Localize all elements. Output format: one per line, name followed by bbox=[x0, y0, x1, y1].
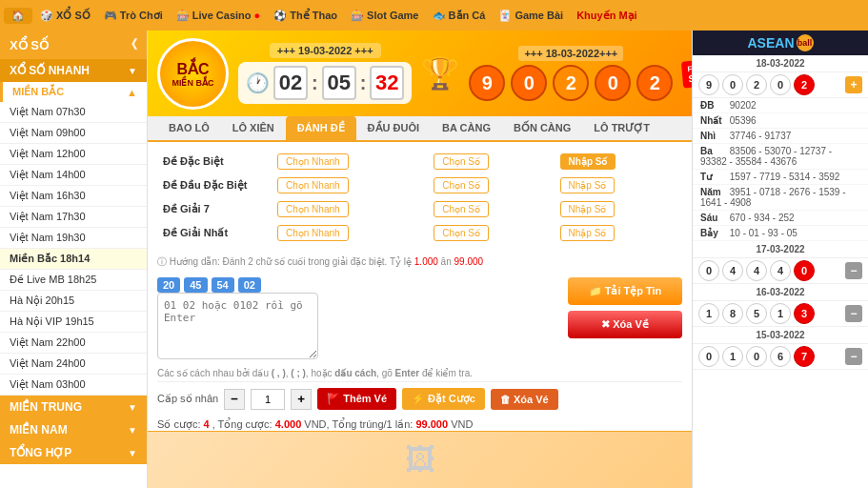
qty-input[interactable] bbox=[251, 389, 285, 410]
tab-ba-cang[interactable]: BA CÀNG bbox=[431, 116, 502, 140]
sidebar-mien-trung[interactable]: MIỀN TRUNG ▼ bbox=[0, 396, 147, 418]
nav-home[interactable]: 🏠 bbox=[4, 8, 32, 24]
btn-chon-nhanh-1[interactable]: Chọn Nhanh bbox=[277, 153, 349, 170]
xoa-ve-action-button[interactable]: ✖ Xóa Về bbox=[568, 311, 682, 338]
sidebar-mien-bac-1814[interactable]: Miền Bắc 18h14 bbox=[0, 249, 147, 270]
nav-live-casino[interactable]: 🎰 Live Casino ● bbox=[171, 10, 266, 22]
minus-result-button-4[interactable]: − bbox=[845, 348, 862, 365]
sidebar-vn-1200[interactable]: Việt Nam 12h00 bbox=[0, 144, 147, 165]
asean-ball: ball bbox=[797, 34, 814, 51]
bet-row-de-giai-nhat: Đề Giải Nhất Chọn Nhanh Chọn Số Nhập Số bbox=[157, 221, 682, 245]
sidebar-ha-noi-2015[interactable]: Hà Nội 20h15 bbox=[0, 291, 147, 312]
tai-tep-tin-button[interactable]: 📁 Tải Tệp Tin bbox=[568, 277, 682, 305]
btn-chon-nhanh-3[interactable]: Chọn Nhanh bbox=[277, 201, 349, 217]
sidebar-section-label: XỔ SỐ NHANH bbox=[10, 64, 90, 77]
sidebar-vn-1630[interactable]: Việt Nam 16h30 bbox=[0, 186, 147, 207]
ball-0-1: 0 bbox=[722, 74, 743, 95]
sidebar-vn-2400[interactable]: Việt Nam 24h00 bbox=[0, 354, 147, 375]
asean-header: ASEAN ball bbox=[693, 30, 868, 55]
tab-dau-duoi[interactable]: ĐẦU ĐUÔI bbox=[356, 116, 431, 140]
btn-nhap-so-3[interactable]: Nhập Số bbox=[560, 201, 616, 217]
xoa-ve-button[interactable]: 🗑 Xóa Vé bbox=[491, 389, 558, 410]
result-detail-nhat: Nhất 05396 bbox=[693, 113, 868, 129]
minus-result-button-2[interactable]: − bbox=[845, 262, 862, 279]
btn-nhap-so-2[interactable]: Nhập Số bbox=[560, 177, 616, 193]
result-row-16-03: 1 8 5 1 3 − bbox=[693, 301, 868, 327]
ball-1-3: 1 bbox=[722, 346, 743, 367]
prev-date: +++ 18-03-2022+++ bbox=[518, 46, 623, 61]
sidebar-de-live-mb[interactable]: Đề Live MB 18h25 bbox=[0, 270, 147, 291]
cap-so-label: Cấp số nhân bbox=[157, 393, 218, 405]
qty-minus-button[interactable]: − bbox=[224, 389, 245, 410]
tab-lo-xien[interactable]: LÔ XIÊN bbox=[221, 116, 286, 140]
them-ve-button[interactable]: 🚩 Thêm Vé bbox=[317, 388, 396, 410]
sidebar-vn-0900[interactable]: Việt Nam 09h00 bbox=[0, 123, 147, 144]
btn-chon-so-1[interactable]: Chọn Số bbox=[434, 153, 489, 170]
dat-cuoc-button[interactable]: ⚡ Đặt Cược bbox=[402, 388, 485, 410]
tab-danh-de[interactable]: ĐÁNH ĐỀ bbox=[286, 116, 356, 140]
sidebar-vn-1400[interactable]: Việt Nam 14h00 bbox=[0, 165, 147, 186]
bet-input-textarea[interactable] bbox=[157, 293, 318, 359]
sidebar-mien-bac[interactable]: MIỀN BẮC ▲ bbox=[0, 82, 147, 102]
total-bet: 4.000 bbox=[275, 418, 302, 430]
btn-nhap-so-4[interactable]: Nhập Số bbox=[560, 225, 616, 241]
btn-chon-nhanh-2[interactable]: Chọn Nhanh bbox=[277, 177, 349, 193]
timer-seconds: 32 bbox=[370, 66, 404, 100]
sidebar-mien-nam[interactable]: MIỀN NAM ▼ bbox=[0, 418, 147, 441]
result-detail-db: ĐB 90202 bbox=[693, 98, 868, 113]
sidebar-vn-0730[interactable]: Việt Nam 07h30 bbox=[0, 102, 147, 123]
result-detail-bay: Bảy 10 - 01 - 93 - 05 bbox=[693, 226, 868, 241]
sidebar-vn-2200[interactable]: Việt Nam 22h00 bbox=[0, 333, 147, 354]
nav-tro-choi[interactable]: 🎮 Trò Chơi bbox=[98, 10, 169, 22]
nav-khuyen-mai[interactable]: Khuyến Mại bbox=[571, 10, 643, 22]
sidebar-arrow-icon: ▼ bbox=[128, 66, 137, 76]
result-detail-nhi: Nhì 37746 - 91737 bbox=[693, 129, 868, 144]
tab-bao-lo[interactable]: BAO LÔ bbox=[157, 116, 221, 140]
result-num-1: 9 bbox=[469, 65, 505, 101]
result-num-2: 0 bbox=[511, 65, 547, 101]
game-content: Đề Đặc Biệt Chọn Nhanh Chọn Số Nhập Số Đ… bbox=[148, 142, 692, 431]
nav-xo-so[interactable]: 🎲 XỔ SỐ bbox=[34, 10, 96, 22]
ball-4-2: 4 bbox=[746, 260, 767, 281]
timer-hours: 02 bbox=[273, 66, 308, 100]
btn-chon-nhanh-4[interactable]: Chọn Nhanh bbox=[277, 225, 349, 241]
sidebar-collapse-icon[interactable]: 《 bbox=[125, 36, 137, 53]
result-detail-tu: Tư 1597 - 7719 - 5314 - 3592 bbox=[693, 170, 868, 185]
bet-options-table: Đề Đặc Biệt Chọn Nhanh Chọn Số Nhập Số Đ… bbox=[157, 150, 682, 245]
ball-1-2: 1 bbox=[770, 303, 791, 324]
ball-1-1: 1 bbox=[698, 303, 719, 324]
bac-logo: BẮC MIỀN BẮC bbox=[157, 38, 229, 110]
sidebar-vn-1930[interactable]: Việt Nam 19h30 bbox=[0, 228, 147, 249]
qty-plus-button[interactable]: + bbox=[291, 389, 312, 410]
sidebar-ha-noi-vip[interactable]: Hà Nội VIP 19h15 bbox=[0, 312, 147, 333]
nav-ban-ca[interactable]: 🐟 Bắn Cá bbox=[427, 10, 492, 22]
sidebar-vn-1730[interactable]: Việt Nam 17h30 bbox=[0, 207, 147, 228]
btn-chon-so-2[interactable]: Chọn Số bbox=[434, 177, 489, 193]
hint-win: 99.000 bbox=[454, 256, 484, 267]
input-left: 20 45 54 02 bbox=[157, 277, 560, 362]
sidebar-vn-0300[interactable]: Việt Nam 03h00 bbox=[0, 375, 147, 396]
center-panel: BẮC MIỀN BẮC +++ 19-03-2022 +++ 🕐 02 : 0… bbox=[148, 30, 692, 488]
tab-lo-truot[interactable]: LÔ TRƯỢT bbox=[582, 116, 661, 140]
btn-chon-so-3[interactable]: Chọn Số bbox=[434, 201, 489, 217]
game-tabs: BAO LÔ LÔ XIÊN ĐÁNH ĐỀ ĐẦU ĐUÔI BA CÀNG … bbox=[148, 116, 692, 142]
sidebar-section-xo-so-nhanh[interactable]: XỔ SỐ NHANH ▼ bbox=[0, 59, 147, 82]
ball-8-1: 8 bbox=[722, 303, 743, 324]
btn-chon-so-4[interactable]: Chọn Số bbox=[434, 225, 489, 241]
nav-slot-game[interactable]: 🎰 Slot Game bbox=[345, 10, 424, 22]
sidebar-tong-hop[interactable]: TỔNG HỢP ▼ bbox=[0, 441, 147, 464]
nav-the-thao[interactable]: ⚽ Thể Thao bbox=[268, 10, 343, 22]
trophy-section: 🏆 bbox=[421, 55, 459, 92]
input-area: 20 45 54 02 📁 Tải Tệp Tin ✖ Xóa Về bbox=[157, 277, 682, 362]
add-result-button-1[interactable]: + bbox=[845, 76, 862, 93]
bet-row-de-giai-7: Đề Giải 7 Chọn Nhanh Chọn Số Nhập Số bbox=[157, 197, 682, 221]
ball-5-1: 5 bbox=[746, 303, 767, 324]
tab-bon-cang[interactable]: BỐN CÀNG bbox=[502, 116, 582, 140]
nav-game-bai[interactable]: 🃏 Game Bài bbox=[493, 10, 569, 22]
btn-nhap-so-1[interactable]: Nhập Số bbox=[560, 153, 616, 170]
minus-result-button-3[interactable]: − bbox=[845, 305, 862, 322]
result-date-4: 15-03-2022 bbox=[693, 327, 868, 344]
timer-minutes: 05 bbox=[322, 66, 356, 100]
result-row-15-03: 0 1 0 6 7 − bbox=[693, 344, 868, 370]
result-row-18-03: 9 0 2 0 2 + bbox=[693, 72, 868, 98]
